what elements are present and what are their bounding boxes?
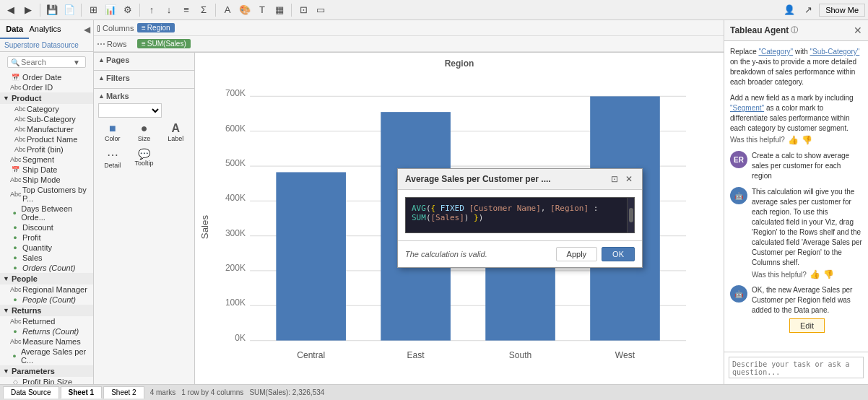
new-button[interactable]: 📄 bbox=[61, 2, 77, 18]
dialog-actions: Apply OK bbox=[556, 247, 635, 261]
agent-msg-2: Add a new field as a mark by including "… bbox=[730, 93, 862, 145]
field-returns-count[interactable]: ●Returns (Count) bbox=[0, 326, 93, 336]
back-button[interactable]: ◀ bbox=[3, 2, 19, 18]
field-ship-date[interactable]: 📅Ship Date bbox=[0, 165, 93, 175]
marks-header: ▲ Marks bbox=[98, 92, 190, 100]
format-icon[interactable]: ▦ bbox=[272, 2, 287, 18]
edit-button[interactable]: Edit bbox=[789, 318, 825, 333]
marks-type-select[interactable]: Automatic bbox=[98, 103, 162, 118]
sort-desc-icon[interactable]: ↓ bbox=[161, 2, 177, 18]
size-mark-icon: ● bbox=[141, 122, 148, 135]
tab-data[interactable]: Data bbox=[0, 20, 29, 39]
returns-group-header[interactable]: ▼Returns bbox=[0, 305, 93, 316]
agent-input[interactable] bbox=[729, 357, 864, 378]
field-people-count[interactable]: ●People (Count) bbox=[0, 295, 93, 305]
bar-central[interactable] bbox=[276, 172, 346, 340]
save-button[interactable]: 💾 bbox=[44, 2, 60, 18]
pages-header[interactable]: ▲ Pages bbox=[98, 56, 190, 64]
columns-pill[interactable]: ≡ Region bbox=[137, 23, 175, 32]
shelf-area: ⫿ Columns ≡ Region ⋯ Rows ≡ SUM( bbox=[94, 20, 724, 53]
ai-avatar-2: 🤖 bbox=[730, 285, 747, 303]
segment-link[interactable]: "Segment" bbox=[730, 104, 764, 112]
dialog-title: Average Sales per Customer per .... bbox=[405, 174, 551, 184]
field-ship-mode[interactable]: AbcShip Mode bbox=[0, 175, 93, 185]
filters-panel: ▲ Filters bbox=[94, 71, 194, 89]
marks-color-btn[interactable]: ■ Color bbox=[98, 121, 127, 144]
product-group-header[interactable]: ▼Product bbox=[0, 92, 93, 104]
param-profit-bin[interactable]: ◇Profit Bin Size bbox=[0, 377, 93, 384]
viewer-icon[interactable]: 👤 bbox=[781, 2, 797, 18]
subcategory-link[interactable]: "Sub-Category" bbox=[810, 48, 860, 56]
fit-icon[interactable]: ⊡ bbox=[295, 2, 311, 18]
field-top-customers[interactable]: AbcTop Customers by P... bbox=[0, 185, 93, 204]
formula-editor[interactable]: AVG({ FIXED [Customer Name], [Region] : … bbox=[405, 197, 635, 233]
dialog-close-button[interactable]: ✕ bbox=[623, 173, 635, 185]
label-icon[interactable]: T bbox=[254, 2, 270, 18]
field-profit[interactable]: ●Profit bbox=[0, 232, 93, 243]
thumbs-down-1[interactable]: 👎 bbox=[802, 135, 812, 145]
search-input[interactable] bbox=[21, 58, 71, 66]
marks-detail-btn[interactable]: ⋯ Detail bbox=[98, 147, 127, 170]
category-link[interactable]: "Category" bbox=[758, 48, 793, 56]
thumbs-down-2[interactable]: 👎 bbox=[823, 269, 834, 279]
table-icon[interactable]: ⊞ bbox=[85, 2, 101, 18]
field-sales[interactable]: ●Sales bbox=[0, 253, 93, 263]
field-regional-manager[interactable]: AbcRegional Manager bbox=[0, 284, 93, 295]
apply-button[interactable]: Apply bbox=[556, 247, 598, 261]
field-quantity[interactable]: ●Quantity bbox=[0, 243, 93, 253]
sort-asc-icon[interactable]: ↑ bbox=[144, 2, 160, 18]
thumbs-up-1[interactable]: 👍 bbox=[788, 135, 799, 145]
field-discount[interactable]: ●Discount bbox=[0, 222, 93, 232]
tab-sheet2[interactable]: Sheet 2 bbox=[103, 386, 144, 399]
agent-info-icon[interactable]: ⓘ bbox=[791, 25, 798, 35]
sum-icon[interactable]: Σ bbox=[196, 2, 212, 18]
formula-fixed: FIXED bbox=[440, 204, 464, 213]
thumbs-up-2[interactable]: 👍 bbox=[810, 269, 820, 279]
color-icon[interactable]: 🎨 bbox=[237, 2, 253, 18]
tab-analytics[interactable]: Analytics bbox=[29, 20, 61, 39]
formula-scrollbar[interactable] bbox=[627, 198, 634, 232]
field-order-id[interactable]: AbcOrder ID bbox=[0, 82, 93, 92]
dialog-content: AVG({ FIXED [Customer Name], [Region] : … bbox=[398, 190, 642, 240]
field-subcategory[interactable]: AbcSub-Category bbox=[0, 114, 93, 124]
forward-button[interactable]: ▶ bbox=[20, 2, 36, 18]
datasource-link[interactable]: Superstore Datasource bbox=[0, 39, 93, 51]
people-group-header[interactable]: ▼People bbox=[0, 273, 93, 284]
filters-header[interactable]: ▲ Filters bbox=[98, 74, 190, 82]
agent-close-button[interactable]: ✕ bbox=[854, 25, 862, 36]
people-group: ▼People AbcRegional Manager ●People (Cou… bbox=[0, 273, 93, 305]
field-product-name[interactable]: AbcProduct Name bbox=[0, 134, 93, 144]
tab-data-source[interactable]: Data Source bbox=[3, 386, 59, 399]
present-icon[interactable]: ▭ bbox=[313, 2, 329, 18]
parameters-group-header[interactable]: ▼Parameters bbox=[0, 365, 93, 377]
field-avg-sales[interactable]: ●Average Sales per C... bbox=[0, 347, 93, 365]
ok-button[interactable]: OK bbox=[602, 247, 635, 261]
field-order-date[interactable]: 📅Order Date bbox=[0, 72, 93, 82]
show-me-button[interactable]: Show Me bbox=[819, 4, 865, 17]
field-manufacturer[interactable]: AbcManufacturer bbox=[0, 124, 93, 134]
filter-dropdown-icon[interactable]: ▼ bbox=[73, 58, 80, 66]
rows-pill[interactable]: ≡ SUM(Sales) bbox=[137, 39, 191, 48]
field-orders-count[interactable]: ●Orders (Count) bbox=[0, 263, 93, 273]
tab-sheet1[interactable]: Sheet 1 bbox=[61, 386, 103, 399]
filter-icon[interactable]: ≡ bbox=[178, 2, 194, 18]
settings-icon[interactable]: ⚙ bbox=[120, 2, 136, 18]
share-icon[interactable]: ↗ bbox=[800, 2, 816, 18]
calculated-field-dialog[interactable]: Average Sales per Customer per .... ⊡ ✕ … bbox=[397, 168, 643, 268]
field-days-between[interactable]: ●Days Between Orde... bbox=[0, 204, 93, 222]
marks-size-btn[interactable]: ● Size bbox=[130, 121, 159, 144]
field-category[interactable]: AbcCategory bbox=[0, 104, 93, 114]
valid-message: The calculation is valid. bbox=[405, 250, 487, 258]
sidebar-collapse-icon[interactable]: ◀ bbox=[84, 25, 90, 35]
color-mark-icon: ■ bbox=[109, 122, 116, 135]
ai-message-2: OK, the new Average Sales per Customer p… bbox=[752, 285, 862, 316]
highlight-icon[interactable]: A bbox=[220, 2, 235, 18]
marks-tooltip-btn[interactable]: 💬 Tooltip bbox=[130, 147, 159, 170]
field-profit-bin[interactable]: AbcProfit (bin) bbox=[0, 144, 93, 155]
dialog-resize-button[interactable]: ⊡ bbox=[609, 173, 620, 185]
field-returned[interactable]: AbcReturned bbox=[0, 316, 93, 326]
chart-icon[interactable]: 📊 bbox=[103, 2, 118, 18]
field-segment[interactable]: AbcSegment bbox=[0, 155, 93, 165]
marks-label-btn[interactable]: A Label bbox=[161, 121, 190, 144]
field-measure-names[interactable]: AbcMeasure Names bbox=[0, 336, 93, 347]
